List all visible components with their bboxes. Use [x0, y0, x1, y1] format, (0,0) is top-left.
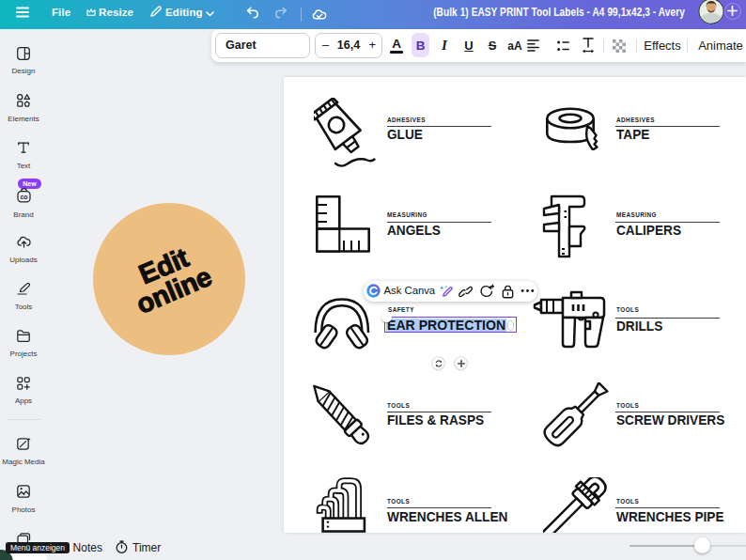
svg-text:co: co: [20, 194, 27, 200]
